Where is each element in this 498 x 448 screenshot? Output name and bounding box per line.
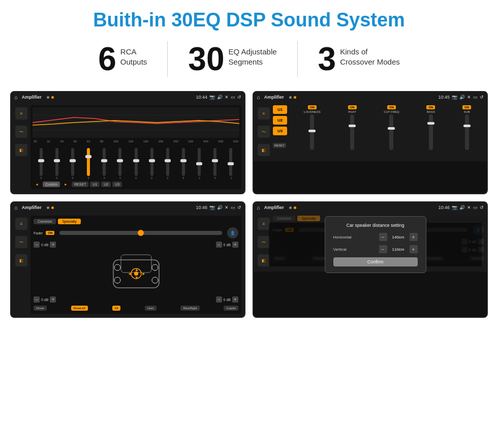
eq-slider-5[interactable]: 0 (97, 148, 112, 180)
svg-text:▼: ▼ (135, 276, 139, 280)
dot1 (47, 96, 49, 99)
eq-slider-1[interactable]: 0 (34, 148, 48, 180)
eq-slider-2[interactable]: 0 (49, 148, 64, 180)
eq-reset-btn[interactable]: RESET (72, 182, 88, 187)
bass-slider[interactable] (429, 114, 433, 150)
eq-slider-10[interactable]: 0 (176, 148, 191, 180)
control-sub: ON SUB (462, 105, 471, 150)
eq-prev-btn[interactable]: ◄ (33, 182, 41, 187)
amp2-reset-btn[interactable]: RESET (273, 143, 286, 148)
btn-rearleft[interactable]: RearLeft (71, 306, 88, 311)
svg-text:►: ► (142, 272, 146, 276)
back-icon-4: ↺ (480, 205, 484, 210)
eq-u2-btn[interactable]: U2 (101, 182, 111, 187)
db-plus-1[interactable]: + (50, 242, 56, 248)
x-icon-2: ✕ (467, 95, 471, 100)
db-val-1: 0 dB (41, 243, 48, 247)
eq-filter-btn[interactable]: ≡ (15, 107, 27, 120)
db-ctrl-3: − 0 dB + (34, 296, 56, 303)
horizontal-plus-btn[interactable]: + (410, 233, 418, 241)
db-plus-4[interactable]: + (232, 296, 238, 303)
amp2-vol-btn[interactable]: ◧ (258, 144, 270, 156)
eq-vol-btn[interactable]: ◧ (15, 144, 27, 156)
preset-u1[interactable]: U1 (273, 105, 287, 114)
sub-on[interactable]: ON (462, 105, 471, 109)
preset-u2[interactable]: U2 (273, 116, 287, 125)
cross-panel: ≡ 〜 ◧ Common Specialty Fader ON 👤 (11, 213, 244, 317)
loudness-slider[interactable] (310, 114, 314, 150)
dot5 (47, 206, 49, 209)
db-plus-3[interactable]: + (50, 296, 56, 303)
btn-user[interactable]: User (145, 306, 157, 311)
sub-slider[interactable] (465, 114, 469, 150)
eq-slider-9[interactable]: 0 (160, 148, 175, 180)
eq-slider-3[interactable]: 0 (65, 148, 80, 180)
fader-on-badge[interactable]: ON (46, 231, 54, 235)
eq-slider-6[interactable]: 0 (113, 148, 128, 180)
confirm-button[interactable]: Confirm (333, 257, 418, 266)
eq-slider-11[interactable]: -1 (192, 148, 207, 180)
back-icon: ↺ (237, 95, 241, 100)
eq-panel: ≡ 〜 ◧ 2532405063 801001 (11, 102, 244, 193)
horizontal-minus-btn[interactable]: − (379, 233, 387, 241)
tab-specialty[interactable]: Specialty (58, 219, 80, 224)
bass-on[interactable]: ON (426, 105, 435, 109)
amp2-wave-btn[interactable]: 〜 (258, 126, 270, 138)
screen-eq: ⌂ Amplifier 10:44 📷 🔊 ✕ ▭ ↺ ≡ 〜 ◧ (10, 91, 245, 194)
fader-slider[interactable] (59, 231, 222, 235)
eq-slider-7[interactable]: 0 (129, 148, 143, 180)
db-minus-1[interactable]: − (34, 242, 40, 248)
eq-next-btn[interactable]: ► (61, 182, 70, 187)
phat-on[interactable]: ON (348, 105, 357, 109)
home-icon: ⌂ (14, 94, 18, 100)
loudness-on[interactable]: ON (308, 105, 317, 109)
db-minus-4[interactable]: − (216, 296, 222, 303)
db-val-2: 0 dB (224, 243, 231, 247)
tab-common[interactable]: Common (34, 219, 56, 224)
amp2-controls-row: ON LOUDNESS ON PHAT ON (291, 105, 484, 150)
eq-slider-12[interactable]: 0 (208, 148, 223, 180)
dialog-wave-btn[interactable]: 〜 (258, 236, 270, 248)
vertical-plus-btn[interactable]: + (410, 245, 418, 253)
cross-vol-btn[interactable]: ◧ (15, 254, 27, 266)
screen-amp2: ⌂ Amplifier 10:45 📷 🔊 ✕ ▭ ↺ ≡ 〜 ◧ U1 U2 … (253, 91, 488, 194)
eq-custom-btn[interactable]: Custom (43, 182, 60, 187)
db-minus-2[interactable]: − (216, 242, 222, 248)
btn-rearright[interactable]: RearRight (180, 306, 199, 311)
dialog-panel: ≡ 〜 ◧ Common Specialty Fader ON 👤 (254, 213, 487, 272)
screen-cross: ⌂ Amplifier 10:46 📷 🔊 ✕ ▭ ↺ ≡ 〜 ◧ Common… (10, 201, 245, 318)
eq-slider-4[interactable]: 5 (81, 148, 96, 180)
x-icon-3: ✕ (225, 205, 229, 210)
eq-u1-btn[interactable]: U1 (90, 182, 100, 187)
dialog-filter-btn[interactable]: ≡ (258, 218, 270, 230)
btn-copilot[interactable]: Copilot (224, 306, 238, 311)
preset-u3[interactable]: U3 (273, 127, 287, 135)
cutfreq-on[interactable]: ON (387, 105, 396, 109)
rect-icon-2: ▭ (473, 95, 478, 100)
db-minus-3[interactable]: − (34, 296, 40, 303)
screen4-title: Amplifier (264, 205, 284, 210)
back-icon-2: ↺ (480, 95, 484, 100)
car-diagram: ◄ ► ▲ ▼ (103, 250, 169, 295)
phat-slider[interactable] (350, 114, 354, 150)
cross-wave-btn[interactable]: 〜 (15, 236, 27, 248)
modal-box: Car speaker distance setting Horizontal … (325, 216, 426, 273)
db-plus-2[interactable]: + (232, 242, 238, 248)
amp2-filter-btn[interactable]: ≡ (258, 107, 270, 120)
screens-grid: ⌂ Amplifier 10:44 📷 🔊 ✕ ▭ ↺ ≡ 〜 ◧ (0, 86, 498, 328)
eq-wave-btn[interactable]: 〜 (15, 126, 27, 138)
eq-slider-13[interactable]: -1 (224, 148, 238, 180)
cross-filter-btn[interactable]: ≡ (15, 218, 27, 230)
btn-all[interactable]: All (112, 306, 121, 311)
screen3-title: Amplifier (22, 205, 42, 210)
eq-u3-btn[interactable]: U3 (112, 182, 122, 187)
cutfreq-slider[interactable] (389, 114, 393, 150)
vertical-minus-btn[interactable]: − (379, 245, 387, 253)
dialog-vol-btn[interactable]: ◧ (258, 254, 270, 266)
stat-text-crossover: Kinds ofCrossover Modes (340, 43, 400, 67)
dot7 (289, 206, 292, 209)
eq-slider-8[interactable]: 0 (144, 148, 159, 180)
rect-icon-4: ▭ (473, 205, 478, 210)
btn-driver[interactable]: Driver (34, 306, 47, 311)
modal-horizontal-row: Horizontal − 140cm + (333, 233, 418, 241)
